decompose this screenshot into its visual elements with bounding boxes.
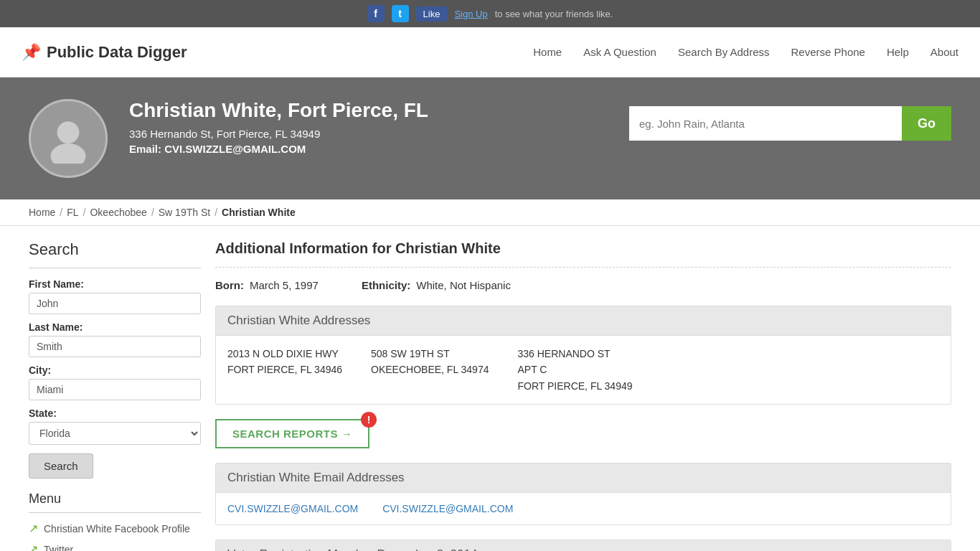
logo-text: Public Data Digger <box>47 43 187 62</box>
svg-point-0 <box>57 121 80 143</box>
nav-search-by-address[interactable]: Search By Address <box>678 46 770 58</box>
nav-home[interactable]: Home <box>533 46 562 58</box>
facebook-icon: f <box>367 5 385 22</box>
city-input[interactable] <box>29 379 201 400</box>
alert-badge: ! <box>361 412 377 428</box>
breadcrumb: Home / FL / Okeechobee / Sw 19Th St / Ch… <box>0 199 980 226</box>
search-reports-wrap: SEARCH REPORTS → ! <box>215 419 369 448</box>
content-heading: Additional Information for Christian Whi… <box>215 240 951 257</box>
sidebar: Search First Name: Last Name: City: Stat… <box>29 240 215 551</box>
address-item-3: 336 HERNANDO ST APT C FORT PIERCE, FL 34… <box>517 346 632 394</box>
main-layout: Search First Name: Last Name: City: Stat… <box>0 226 980 551</box>
menu-link-twitter[interactable]: ↗ Twitter <box>29 542 201 551</box>
info-row: Born: March 5, 1997 Ethnicity: White, No… <box>215 279 951 291</box>
external-link-icon-1: ↗ <box>29 522 38 535</box>
external-link-icon-2: ↗ <box>29 542 38 551</box>
signup-link[interactable]: Sign Up <box>454 9 487 19</box>
like-button[interactable]: Like <box>416 6 448 22</box>
ethnicity-info: Ethnicity: White, Not Hispanic <box>362 279 511 291</box>
address-grid: 2013 N OLD DIXIE HWY FORT PIERCE, FL 349… <box>227 346 939 394</box>
emails-body: CVI.SWIZZLE@GMAIL.COM CVI.SWIZZLE@GMAIL.… <box>216 493 951 524</box>
hero-name: Christian White, Fort Pierce, FL <box>129 99 608 122</box>
logo[interactable]: 📌 Public Data Digger <box>22 43 187 62</box>
nav-ask-question[interactable]: Ask A Question <box>583 46 656 58</box>
menu-link-twitter-label: Twitter <box>44 544 73 552</box>
menu-divider <box>29 512 201 513</box>
hero-search-input[interactable] <box>629 106 902 141</box>
email-label: Email: <box>129 143 161 155</box>
addresses-body: 2013 N OLD DIXIE HWY FORT PIERCE, FL 349… <box>216 336 951 404</box>
nav-about[interactable]: About <box>930 46 958 58</box>
header: 📌 Public Data Digger Home Ask A Question… <box>0 27 980 77</box>
svg-point-1 <box>51 143 86 164</box>
hero-search-button[interactable]: Go <box>902 106 951 141</box>
address-3-line2: APT C <box>517 362 632 377</box>
born-value: March 5, 1997 <box>250 279 319 291</box>
first-name-label: First Name: <box>29 278 201 290</box>
breadcrumb-okeechobee[interactable]: Okeechobee <box>90 207 146 218</box>
breadcrumb-sep-1: / <box>60 207 62 218</box>
emails-section: Christian White Email Addresses CVI.SWIZ… <box>215 463 951 525</box>
address-1-line1: 2013 N OLD DIXIE HWY <box>227 346 342 362</box>
breadcrumb-sep-4: / <box>215 207 217 218</box>
twitter-icon: t <box>392 5 409 22</box>
search-reports-button[interactable]: SEARCH REPORTS → <box>215 419 369 448</box>
email-link-1[interactable]: CVI.SWIZZLE@GMAIL.COM <box>227 503 358 514</box>
ethnicity-label: Ethnicity: <box>362 279 410 291</box>
breadcrumb-sw19th[interactable]: Sw 19Th St <box>159 207 210 218</box>
nav-help[interactable]: Help <box>887 46 909 58</box>
search-button[interactable]: Search <box>29 453 93 479</box>
breadcrumb-home[interactable]: Home <box>29 207 55 218</box>
voter-section: Voter Registration Monday, December 8, 2… <box>215 540 951 551</box>
main-content: Additional Information for Christian Whi… <box>215 240 951 551</box>
breadcrumb-fl[interactable]: FL <box>67 207 78 218</box>
address-item-1: 2013 N OLD DIXIE HWY FORT PIERCE, FL 349… <box>227 346 342 394</box>
content-divider <box>215 267 951 268</box>
breadcrumb-sep-3: / <box>151 207 154 218</box>
social-bar: f t Like Sign Up to see what your friend… <box>0 0 980 27</box>
breadcrumb-sep-2: / <box>83 207 86 218</box>
breadcrumb-current: Christian White <box>222 207 296 218</box>
ethnicity-value: White, Not Hispanic <box>416 279 511 291</box>
menu-heading: Menu <box>29 491 201 507</box>
hero-search-form: Go <box>629 106 951 141</box>
addresses-section: Christian White Addresses 2013 N OLD DIX… <box>215 306 951 405</box>
hero-address: 336 Hernando St, Fort Pierce, FL 34949 <box>129 128 608 140</box>
main-nav: Home Ask A Question Search By Address Re… <box>533 46 958 58</box>
voter-heading: Voter Registration Monday, December 8, 2… <box>216 540 951 551</box>
like-text: to see what your friends like. <box>495 9 613 19</box>
avatar-icon <box>43 113 93 164</box>
address-item-2: 508 SW 19TH ST OKEECHOBEE, FL 34974 <box>371 346 489 394</box>
search-heading: Search <box>29 240 201 259</box>
menu-link-facebook-label: Christian White Facebook Profile <box>44 523 190 534</box>
last-name-label: Last Name: <box>29 321 201 333</box>
emails-heading: Christian White Email Addresses <box>216 463 951 493</box>
address-3-line1: 336 HERNANDO ST <box>517 346 632 362</box>
hero-email: Email: CVI.SWIZZLE@GMAIL.COM <box>129 143 608 155</box>
nav-reverse-phone[interactable]: Reverse Phone <box>791 46 865 58</box>
pin-icon: 📌 <box>22 43 41 62</box>
born-info: Born: March 5, 1997 <box>215 279 319 291</box>
city-label: City: <box>29 364 201 376</box>
addresses-heading: Christian White Addresses <box>216 306 951 336</box>
email-link-2[interactable]: CVI.SWIZZLE@GMAIL.COM <box>382 503 513 514</box>
email-value: CVI.SWIZZLE@GMAIL.COM <box>164 143 306 155</box>
state-select[interactable]: Florida Alabama California New York Texa… <box>29 422 201 445</box>
born-label: Born: <box>215 279 244 291</box>
address-3-line3: FORT PIERCE, FL 34949 <box>517 378 632 394</box>
address-2-line2: OKEECHOBEE, FL 34974 <box>371 362 489 377</box>
hero-info: Christian White, Fort Pierce, FL 336 Her… <box>129 99 608 155</box>
first-name-input[interactable] <box>29 293 201 314</box>
address-1-line2: FORT PIERCE, FL 34946 <box>227 362 342 377</box>
avatar <box>29 99 108 178</box>
menu-link-facebook[interactable]: ↗ Christian White Facebook Profile <box>29 522 201 535</box>
address-2-line1: 508 SW 19TH ST <box>371 346 489 362</box>
hero-banner: Christian White, Fort Pierce, FL 336 Her… <box>0 77 980 199</box>
last-name-input[interactable] <box>29 336 201 357</box>
state-label: State: <box>29 408 201 419</box>
search-divider <box>29 268 201 268</box>
